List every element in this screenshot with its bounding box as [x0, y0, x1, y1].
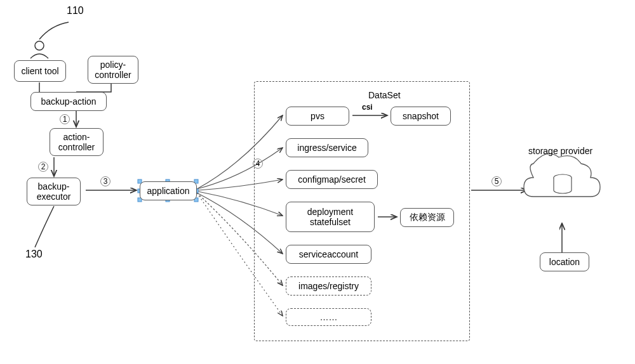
box-images-registry: images/registry [286, 276, 371, 296]
box-pvs: pvs [286, 107, 349, 126]
box-policy-controller: policy- controller [88, 56, 138, 84]
box-ingress-service: ingress/service [286, 138, 368, 157]
box-application: application [140, 181, 197, 200]
box-client-tool: client tool [14, 60, 66, 82]
box-backup-action: backup-action [30, 92, 107, 111]
step-1: 1 [60, 114, 70, 124]
callout-110: 110 [67, 5, 84, 16]
svg-point-0 [35, 41, 44, 50]
box-location: location [540, 252, 589, 271]
box-deployment-statefulset: deployment statefulset [286, 202, 375, 232]
box-action-controller: action- controller [50, 128, 104, 156]
box-ellipsis: …… [286, 308, 371, 326]
svg-point-9 [554, 174, 572, 181]
label-storage-provider: storage provider [528, 146, 592, 156]
label-dataset: DataSet [368, 90, 401, 100]
box-backup-executor: backup- executor [27, 178, 81, 205]
box-serviceaccount: serviceaccount [286, 245, 371, 264]
box-dependency: 依赖资源 [400, 208, 454, 227]
callout-130: 130 [25, 249, 43, 260]
step-3: 3 [100, 176, 110, 186]
step-4: 4 [253, 159, 263, 169]
box-configmap-secret: configmap/secret [286, 170, 378, 189]
label-csi: csi [362, 103, 373, 112]
step-2: 2 [38, 162, 48, 172]
step-5: 5 [491, 176, 502, 186]
box-snapshot: snapshot [391, 107, 451, 126]
